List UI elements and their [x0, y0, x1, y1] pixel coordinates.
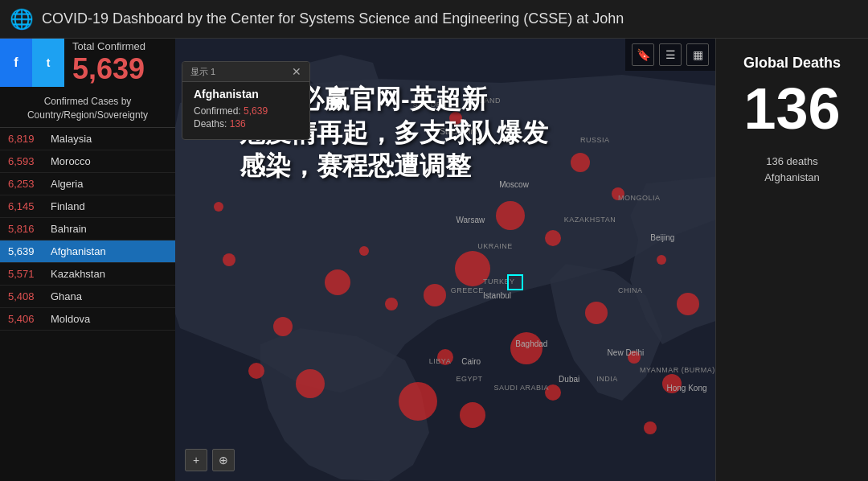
map-dot — [455, 251, 490, 286]
afghanistan-marker — [507, 274, 523, 290]
map-dot — [437, 349, 453, 365]
map-toolbar: 🔖 ☰ ▦ — [625, 39, 715, 71]
country-name: Bahrain — [51, 223, 87, 235]
country-list-item[interactable]: 6,253 Algeria — [0, 173, 175, 195]
map-dot — [273, 317, 293, 336]
deaths-detail: 136 deaths Afghanistan — [764, 154, 820, 185]
country-list: 6,819 Malaysia 6,593 Morocco 6,253 Alger… — [0, 128, 175, 481]
map-dot — [545, 384, 561, 401]
map-dot — [460, 402, 485, 428]
map-dot — [628, 351, 641, 364]
map-dot — [325, 269, 350, 295]
map-area[interactable]: StockholmMoscowWarsawIstanbulBaghdadCair… — [175, 39, 715, 481]
country-name: Finland — [51, 200, 85, 212]
map-dot — [359, 246, 369, 256]
country-count: 5,571 — [8, 268, 44, 280]
zoom-out-button[interactable]: ⊕ — [212, 449, 235, 471]
popup-content: Afghanistan Confirmed: 5,639 Deaths: 136 — [194, 88, 298, 130]
country-list-item[interactable]: 5,639 Afghanistan — [0, 240, 175, 263]
country-count: 6,819 — [8, 133, 44, 145]
deaths-detail-count: 136 deaths — [764, 154, 820, 170]
social-header: f t Total Confirmed 5,639 — [0, 39, 175, 87]
global-deaths-count: 136 — [743, 80, 840, 138]
map-controls: + ⊕ — [185, 449, 235, 471]
map-dot — [571, 153, 590, 172]
country-list-item[interactable]: 5,406 Moldova — [0, 308, 175, 331]
country-count: 5,406 — [8, 313, 44, 325]
total-confirmed-label: Total Confirmed — [72, 40, 167, 52]
map-dot — [496, 201, 525, 230]
map-dot — [662, 374, 682, 393]
popup-deaths-value: 136 — [230, 118, 246, 130]
list-view-button[interactable]: ☰ — [659, 43, 682, 66]
map-dot — [296, 369, 325, 398]
country-count: 5,816 — [8, 223, 44, 235]
map-dot — [657, 255, 666, 265]
bookmark-button[interactable]: 🔖 — [632, 43, 654, 66]
country-count: 5,639 — [8, 245, 44, 257]
popup-country: Afghanistan — [194, 88, 298, 101]
map-dot — [545, 230, 561, 246]
map-dot — [223, 253, 235, 266]
country-name: Afghanistan — [51, 245, 106, 257]
country-count: 6,145 — [8, 200, 44, 212]
header-title: COVID-19 Dashboard by the Center for Sys… — [42, 10, 624, 27]
map-dot — [214, 202, 223, 212]
right-panel: Global Deaths 136 136 deaths Afghanistan — [715, 39, 868, 481]
country-count: 5,408 — [8, 290, 44, 302]
popup-confirmed-value: 5,639 — [244, 105, 268, 117]
zoom-in-button[interactable]: + — [185, 449, 207, 471]
country-list-item[interactable]: 6,819 Malaysia — [0, 128, 175, 150]
sidebar: f t Total Confirmed 5,639 Confirmed Case… — [0, 39, 175, 481]
map-dot — [585, 302, 608, 324]
popup-deaths-label: Deaths: — [194, 118, 227, 130]
facebook-button[interactable]: f — [0, 39, 32, 87]
main-content: f t Total Confirmed 5,639 Confirmed Case… — [0, 39, 868, 481]
map-dot — [677, 293, 699, 315]
map-dot — [385, 298, 398, 310]
map-dot — [399, 382, 437, 421]
qr-button[interactable]: ▦ — [686, 43, 709, 66]
deaths-detail-location: Afghanistan — [764, 170, 820, 186]
popup-title-bar: 显示 1 ✕ — [182, 62, 309, 82]
country-list-item[interactable]: 5,816 Bahrain — [0, 218, 175, 240]
popup-close-icon[interactable]: ✕ — [292, 65, 301, 78]
country-list-item[interactable]: 5,571 Kazakhstan — [0, 263, 175, 286]
map-dot — [248, 363, 264, 379]
total-confirmed-panel: Total Confirmed 5,639 — [64, 39, 175, 87]
map-dot — [612, 187, 624, 200]
country-name: Kazakhstan — [51, 268, 105, 280]
map-popup: 显示 1 ✕ Afghanistan Confirmed: 5,639 Deat… — [182, 61, 310, 140]
country-name: Malaysia — [51, 133, 92, 145]
popup-confirmed: Confirmed: 5,639 — [194, 105, 298, 117]
popup-title: 显示 1 — [190, 66, 215, 78]
country-name: Moldova — [51, 313, 90, 325]
country-name: Morocco — [51, 155, 91, 167]
header: 🌐 COVID-19 Dashboard by the Center for S… — [0, 0, 868, 39]
globe-icon: 🌐 — [10, 8, 34, 31]
country-count: 6,253 — [8, 178, 44, 190]
country-list-item[interactable]: 6,593 Morocco — [0, 150, 175, 173]
map-dot — [510, 332, 542, 364]
map-dot — [424, 284, 446, 306]
twitter-button[interactable]: t — [32, 39, 64, 87]
global-deaths-title: Global Deaths — [743, 55, 841, 72]
country-list-title: Confirmed Cases by Country/Region/Sovere… — [0, 87, 175, 128]
total-confirmed-value: 5,639 — [72, 52, 167, 86]
popup-deaths: Deaths: 136 — [194, 118, 298, 130]
country-name: Algeria — [51, 178, 83, 190]
popup-confirmed-label: Confirmed: — [194, 105, 241, 117]
country-list-item[interactable]: 6,145 Finland — [0, 195, 175, 218]
country-name: Ghana — [51, 290, 82, 302]
country-count: 6,593 — [8, 155, 44, 167]
country-list-item[interactable]: 5,408 Ghana — [0, 286, 175, 308]
map-dot — [644, 421, 657, 434]
